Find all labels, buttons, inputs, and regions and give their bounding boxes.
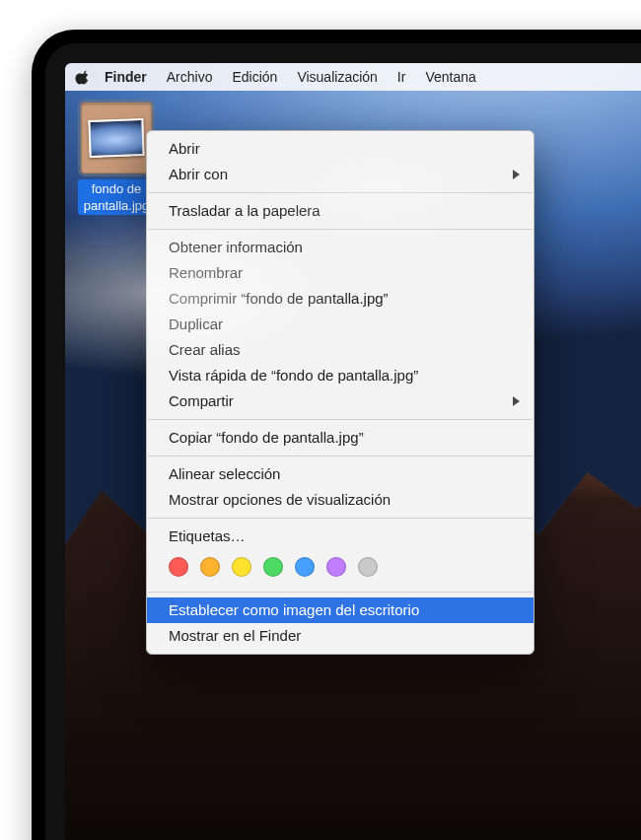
context-menu-separator [148, 455, 533, 456]
context-menu-separator [148, 192, 533, 193]
apple-menu[interactable] [65, 70, 95, 85]
menubar: Finder ArchivoEdiciónVisualizaciónIrVent… [65, 63, 641, 91]
context-menu-item[interactable]: Establecer como imagen del escritorio [147, 597, 534, 623]
context-menu-item[interactable]: Mostrar opciones de visualización [147, 487, 534, 513]
context-menu-item[interactable]: Obtener información [147, 235, 534, 260]
context-menu-item[interactable]: Copiar “fondo de pantalla.jpg” [147, 425, 534, 451]
file-name-label: fondo de pantalla.jpg [78, 179, 156, 215]
context-menu-item[interactable]: Comprimir “fondo de pantalla.jpg” [147, 286, 534, 312]
tag-green[interactable] [263, 557, 283, 577]
context-menu-separator [148, 229, 533, 230]
context-menu-item[interactable]: Abrir con [147, 162, 534, 187]
tag-purple[interactable] [326, 557, 346, 577]
context-menu-item[interactable]: Abrir [147, 136, 534, 162]
menubar-item-edición[interactable]: Edición [222, 63, 287, 91]
file-thumbnail [81, 103, 152, 174]
context-menu-separator [148, 419, 533, 420]
menubar-item-visualización[interactable]: Visualización [287, 63, 387, 91]
desktop[interactable]: Finder ArchivoEdiciónVisualizaciónIrVent… [65, 63, 641, 840]
apple-logo-icon [73, 70, 88, 85]
context-menu-item[interactable]: Renombrar [147, 260, 534, 286]
menubar-item-ventana[interactable]: Ventana [415, 63, 485, 91]
device-bezel: Finder ArchivoEdiciónVisualizaciónIrVent… [32, 30, 641, 840]
context-menu-item[interactable]: Crear alias [147, 337, 534, 363]
context-menu-item[interactable]: Etiquetas… [147, 524, 534, 549]
tag-blue[interactable] [295, 557, 315, 577]
menubar-item-ir[interactable]: Ir [388, 63, 416, 91]
tag-yellow[interactable] [232, 557, 251, 577]
menubar-app-name[interactable]: Finder [95, 63, 157, 91]
context-menu-separator [148, 592, 533, 593]
context-menu-item[interactable]: Duplicar [147, 312, 534, 337]
tag-orange[interactable] [200, 557, 220, 577]
context-menu-item[interactable]: Alinear selección [147, 461, 534, 487]
tag-red[interactable] [169, 557, 188, 577]
tag-gray[interactable] [358, 557, 378, 577]
device-inner-bezel: Finder ArchivoEdiciónVisualizaciónIrVent… [45, 43, 641, 840]
context-menu: AbrirAbrir conTrasladar a la papeleraObt… [146, 130, 534, 655]
tag-color-row [147, 549, 534, 587]
menubar-item-archivo[interactable]: Archivo [157, 63, 223, 91]
context-menu-item[interactable]: Vista rápida de “fondo de pantalla.jpg” [147, 363, 534, 388]
context-menu-separator [148, 518, 533, 519]
context-menu-item[interactable]: Trasladar a la papelera [147, 198, 534, 224]
context-menu-item[interactable]: Mostrar en el Finder [147, 623, 534, 649]
thumbnail-image-icon [88, 118, 144, 158]
context-menu-item[interactable]: Compartir [147, 388, 534, 414]
